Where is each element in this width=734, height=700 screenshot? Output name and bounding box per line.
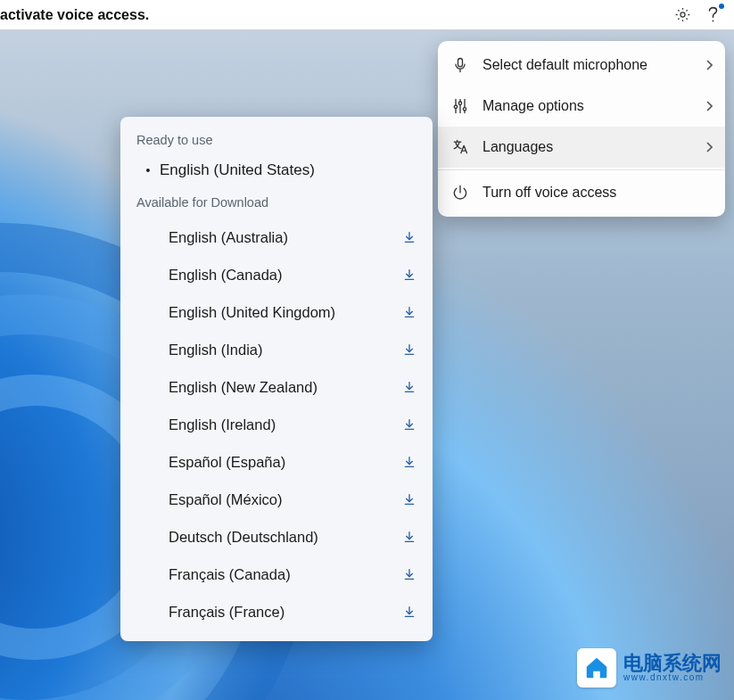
watermark-text-cn: 电脑系统网	[623, 653, 722, 673]
language-label: Español (España)	[136, 454, 402, 471]
watermark-logo	[577, 648, 616, 688]
svg-point-0	[680, 12, 684, 17]
microphone-icon	[451, 56, 469, 74]
sliders-icon	[451, 97, 469, 115]
download-icon	[402, 530, 416, 544]
active-language-item[interactable]: • English (United States)	[120, 156, 433, 192]
menu-item-label: Turn off voice access	[482, 185, 713, 201]
download-icon	[402, 455, 416, 469]
language-label: Español (México)	[136, 491, 402, 508]
language-label: Deutsch (Deutschland)	[136, 529, 402, 546]
language-download-item[interactable]: English (Canada)	[120, 256, 433, 293]
voice-access-title: activate voice access.	[0, 7, 664, 23]
chevron-right-icon	[705, 101, 713, 111]
ready-to-use-header: Ready to use	[120, 129, 433, 156]
available-for-download-header: Available for Download	[120, 192, 433, 218]
power-icon	[451, 184, 469, 202]
language-download-item[interactable]: English (India)	[120, 331, 433, 368]
download-icon	[402, 230, 416, 244]
chevron-right-icon	[705, 60, 713, 70]
language-label: English (Ireland)	[136, 416, 402, 433]
menu-item-mic[interactable]: Select default microphone	[438, 45, 725, 86]
menu-item-power[interactable]: Turn off voice access	[438, 172, 725, 213]
language-download-item[interactable]: Français (France)	[120, 593, 433, 630]
download-icon	[402, 268, 416, 282]
help-icon	[706, 6, 720, 24]
gear-icon	[674, 6, 691, 23]
language-download-item[interactable]: English (Australia)	[120, 218, 433, 256]
settings-menu: Select default microphoneManage optionsL…	[438, 41, 725, 217]
language-download-item[interactable]: English (United Kingdom)	[120, 293, 433, 331]
language-label: Français (Canada)	[136, 566, 402, 583]
house-icon	[583, 655, 610, 681]
language-icon	[451, 138, 469, 156]
download-icon	[402, 417, 416, 432]
download-icon	[402, 567, 416, 581]
language-download-item[interactable]: Deutsch (Deutschland)	[120, 518, 433, 556]
menu-item-label: Select default microphone	[482, 57, 705, 73]
svg-point-4	[458, 102, 461, 104]
language-download-item[interactable]: Español (México)	[120, 481, 433, 518]
language-label: English (United Kingdom)	[136, 304, 402, 321]
svg-rect-2	[458, 59, 463, 67]
settings-button[interactable]	[670, 3, 695, 28]
svg-point-5	[463, 108, 466, 111]
download-icon	[402, 305, 416, 319]
download-icon	[402, 342, 416, 357]
voice-access-bar: activate voice access.	[0, 0, 734, 30]
svg-point-3	[454, 105, 457, 108]
language-download-item[interactable]: Español (España)	[120, 443, 433, 481]
languages-submenu: Ready to use • English (United States) A…	[120, 117, 433, 641]
help-button[interactable]	[700, 3, 725, 28]
notification-dot	[719, 4, 724, 9]
language-label: English (Canada)	[136, 267, 402, 284]
language-label: Français (France)	[136, 604, 402, 621]
watermark-text-url: www.dnxtw.com	[623, 673, 722, 683]
menu-separator	[438, 169, 725, 170]
language-download-item[interactable]: Français (Canada)	[120, 556, 433, 593]
download-icon	[402, 605, 416, 619]
language-label: English (Australia)	[136, 229, 402, 246]
download-icon	[402, 492, 416, 506]
menu-item-lang[interactable]: Languages	[438, 127, 725, 168]
svg-point-1	[712, 20, 713, 21]
chevron-right-icon	[705, 142, 713, 152]
language-label: English (New Zealand)	[136, 379, 402, 396]
active-language-label: English (United States)	[160, 161, 315, 179]
menu-item-label: Languages	[482, 139, 705, 155]
menu-item-sliders[interactable]: Manage options	[438, 86, 725, 127]
watermark: 电脑系统网 www.dnxtw.com	[577, 648, 722, 688]
language-download-item[interactable]: English (New Zealand)	[120, 368, 433, 406]
menu-item-label: Manage options	[482, 98, 705, 114]
language-label: English (India)	[136, 342, 402, 358]
bullet-icon: •	[136, 163, 160, 177]
download-icon	[402, 380, 416, 394]
language-download-item[interactable]: English (Ireland)	[120, 406, 433, 443]
